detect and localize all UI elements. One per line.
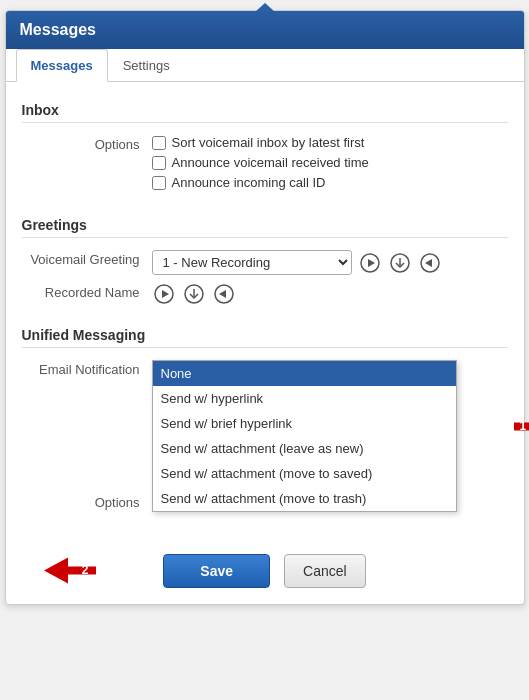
recordedname-play-button[interactable] (152, 283, 176, 305)
tabs-bar: Messages Settings (6, 49, 524, 82)
dropdown-item-attachment-trash[interactable]: Send w/ attachment (move to trash) (153, 486, 456, 511)
voicemail-greeting-controls: 1 - New Recording 2 - Recording 2 3 - Re… (152, 250, 508, 275)
svg-marker-15 (44, 558, 68, 584)
email-notification-dropdown: None Send w/ hyperlink Send w/ brief hyp… (152, 360, 457, 512)
voicemail-greeting-label: Voicemail Greeting (22, 250, 152, 267)
email-notification-row: Email Notification None ▼ None Send w/ h… (22, 360, 508, 383)
sort-voicemail-checkbox[interactable] (152, 136, 166, 150)
content-area: Inbox Options Sort voicemail inbox by la… (6, 82, 524, 540)
recorded-name-buttons (152, 283, 508, 305)
tab-messages[interactable]: Messages (16, 49, 108, 82)
download-icon (390, 253, 410, 273)
announce-time-label: Announce voicemail received time (172, 155, 369, 170)
announce-time-row: Announce voicemail received time (152, 155, 508, 170)
cancel-button[interactable]: Cancel (284, 554, 366, 588)
recorded-name-controls (152, 283, 508, 305)
svg-marker-7 (162, 290, 169, 298)
rewind-icon (420, 253, 440, 273)
panel-header: Messages (6, 11, 524, 49)
recordedname-rewind-button[interactable] (212, 283, 236, 305)
dropdown-item-hyperlink[interactable]: Send w/ hyperlink (153, 386, 456, 411)
play-icon-2 (154, 284, 174, 304)
arrow2-container: 2 (44, 556, 96, 589)
save-button[interactable]: Save (163, 554, 270, 588)
sort-voicemail-label: Sort voicemail inbox by latest first (172, 135, 365, 150)
red-arrow-2-icon (44, 556, 96, 586)
greetings-section: Greetings Voicemail Greeting 1 - New Rec… (22, 211, 508, 305)
options-label: Options (22, 135, 152, 152)
sort-voicemail-row: Sort voicemail inbox by latest first (152, 135, 508, 150)
unified-messaging-section: Unified Messaging Email Notification Non… (22, 321, 508, 510)
inbox-section: Inbox Options Sort voicemail inbox by la… (22, 96, 508, 195)
recordedname-download-button[interactable] (182, 283, 206, 305)
recorded-name-row: Recorded Name (22, 283, 508, 305)
rewind-icon-2 (214, 284, 234, 304)
unified-messaging-title: Unified Messaging (22, 321, 508, 348)
arrow1-container: 1 (514, 412, 530, 445)
voicemail-greeting-with-buttons: 1 - New Recording 2 - Recording 2 3 - Re… (152, 250, 508, 275)
dropdown-item-attachment-saved[interactable]: Send w/ attachment (move to saved) (153, 461, 456, 486)
voicemail-greeting-row: Voicemail Greeting 1 - New Recording 2 -… (22, 250, 508, 275)
announce-callid-label: Announce incoming call ID (172, 175, 326, 190)
email-notification-controls: None ▼ None Send w/ hyperlink Send w/ br… (152, 360, 508, 383)
footer-buttons: 2 Save Cancel (6, 540, 524, 604)
greeting-play-button[interactable] (358, 252, 382, 274)
recorded-name-label: Recorded Name (22, 283, 152, 300)
dropdown-item-attachment-leave[interactable]: Send w/ attachment (leave as new) (153, 436, 456, 461)
inbox-options-row: Options Sort voicemail inbox by latest f… (22, 135, 508, 195)
voicemail-greeting-select[interactable]: 1 - New Recording 2 - Recording 2 3 - Re… (152, 250, 352, 275)
inbox-title: Inbox (22, 96, 508, 123)
greeting-download-button[interactable] (388, 252, 412, 274)
announce-time-checkbox[interactable] (152, 156, 166, 170)
announce-callid-row: Announce incoming call ID (152, 175, 508, 190)
inbox-checkboxes: Sort voicemail inbox by latest first Ann… (152, 135, 508, 195)
announce-callid-checkbox[interactable] (152, 176, 166, 190)
greetings-title: Greetings (22, 211, 508, 238)
tab-settings[interactable]: Settings (108, 49, 185, 82)
greeting-rewind-button[interactable] (418, 252, 442, 274)
svg-rect-12 (514, 423, 530, 431)
download-icon-2 (184, 284, 204, 304)
messages-panel: Messages Messages Settings Inbox Options… (5, 10, 525, 605)
play-icon (360, 253, 380, 273)
red-arrow-1-icon (514, 412, 530, 442)
svg-marker-1 (368, 259, 375, 267)
dropdown-item-brief-hyperlink[interactable]: Send w/ brief hyperlink (153, 411, 456, 436)
unified-options-label: Options (22, 493, 152, 510)
svg-marker-5 (425, 259, 432, 267)
email-notification-label: Email Notification (22, 360, 152, 377)
panel-title: Messages (20, 21, 97, 38)
dropdown-item-none[interactable]: None (153, 361, 456, 386)
svg-marker-11 (219, 290, 226, 298)
